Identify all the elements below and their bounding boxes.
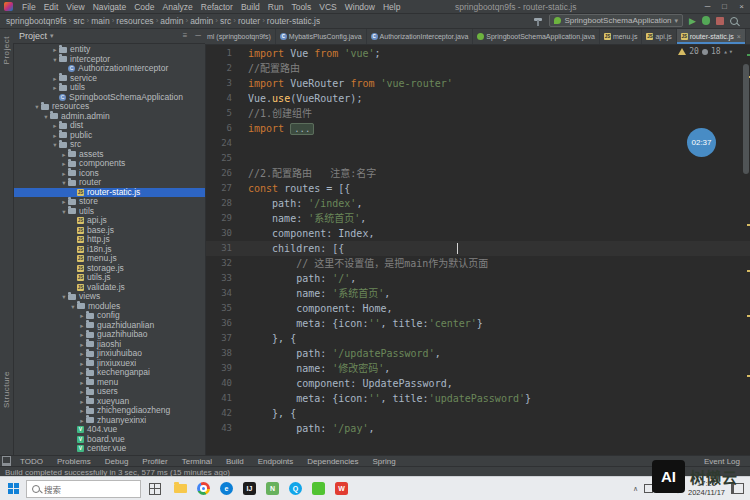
code-line-35[interactable]: 35 component: Home, xyxy=(206,301,750,316)
breadcrumb-item[interactable]: admin xyxy=(160,16,183,26)
chevron-right-icon[interactable]: ▸ xyxy=(78,321,86,331)
tree-item[interactable]: JSrouter-static.js xyxy=(13,188,205,198)
tree-item[interactable]: ▾utils xyxy=(13,207,205,217)
menu-code[interactable]: Code xyxy=(130,2,158,12)
taskbar-edge-browser[interactable]: e xyxy=(215,477,238,500)
tree-item[interactable]: ▾admin.admin xyxy=(13,112,205,122)
code-line-30[interactable]: 30 component: Index, xyxy=(206,226,750,241)
taskbar-qq[interactable]: Q xyxy=(284,477,307,500)
chevron-down-icon[interactable]: ▾ xyxy=(60,207,68,217)
chevron-down-icon[interactable]: ▾ xyxy=(42,112,50,122)
chevron-down-icon[interactable]: ▾ xyxy=(51,140,59,150)
toolwindow-build[interactable]: Build xyxy=(219,457,251,466)
run-button[interactable]: ▶ xyxy=(689,16,696,26)
menu-file[interactable]: File xyxy=(18,2,40,12)
tree-item[interactable]: ▸icons xyxy=(13,169,205,179)
breadcrumb-item[interactable]: main xyxy=(91,16,109,26)
chevron-right-icon[interactable]: ▸ xyxy=(78,330,86,340)
code-line-27[interactable]: 27const routes = [{ xyxy=(206,181,750,196)
toolwindow-dependencies[interactable]: Dependencies xyxy=(300,457,365,466)
menu-analyze[interactable]: Analyze xyxy=(159,2,197,12)
menu-help[interactable]: Help xyxy=(379,2,404,12)
code-line-6[interactable]: 6import ... xyxy=(206,121,750,136)
chevron-down-icon[interactable]: ▾ xyxy=(51,55,59,65)
tree-item[interactable]: ▸dist xyxy=(13,121,205,131)
taskbar-chrome-browser[interactable] xyxy=(192,477,215,500)
chevron-right-icon[interactable]: ▸ xyxy=(51,83,59,93)
project-dropdown[interactable]: Project xyxy=(19,31,47,41)
chevron-right-icon[interactable]: ▸ xyxy=(60,159,68,169)
code-line-3[interactable]: 3import VueRouter from 'vue-router' xyxy=(206,76,750,91)
search-everywhere-icon[interactable] xyxy=(730,17,738,25)
toolwindow-terminal[interactable]: Terminal xyxy=(175,457,219,466)
chevron-right-icon[interactable]: ▸ xyxy=(78,311,86,321)
code-line-33[interactable]: 33 path: '/', xyxy=(206,271,750,286)
stop-button[interactable] xyxy=(716,17,724,25)
editor-tab[interactable]: ml (springbootqn9fs) xyxy=(205,28,276,44)
chevron-down-icon[interactable]: ▾ xyxy=(60,178,68,188)
debug-button[interactable] xyxy=(702,16,710,25)
chevron-down-icon[interactable]: ▾ xyxy=(33,102,41,112)
taskbar-search-input[interactable]: 搜索 xyxy=(26,480,141,498)
editor-tab[interactable]: CMybatisPlusConfig.java xyxy=(276,28,367,44)
code-line-26[interactable]: 26//2.配置路由 注意:名字 xyxy=(206,166,750,181)
run-config-selector[interactable]: SpringbootSchemaApplication ▾ xyxy=(549,14,683,27)
code-line-1[interactable]: 1import Vue from 'vue'; xyxy=(206,46,750,61)
code-line-25[interactable]: 25 xyxy=(206,151,750,166)
code-line-37[interactable]: 37 }, { xyxy=(206,331,750,346)
code-line-41[interactable]: 41 meta: {icon:'', title:'updatePassword… xyxy=(206,391,750,406)
menu-build[interactable]: Build xyxy=(237,2,264,12)
code-line-34[interactable]: 34 name: '系统首页', xyxy=(206,286,750,301)
menu-edit[interactable]: Edit xyxy=(40,2,63,12)
breadcrumb-item[interactable]: src xyxy=(220,16,231,26)
code-line-43[interactable]: 43 path: '/pay', xyxy=(206,421,750,436)
start-button[interactable] xyxy=(0,483,26,494)
breadcrumb-item[interactable]: springbootqn9fs xyxy=(6,16,67,26)
code-line-24[interactable]: 24 xyxy=(206,136,750,151)
tree-item[interactable]: ▸service xyxy=(13,74,205,84)
chevron-right-icon[interactable]: ▸ xyxy=(51,131,59,141)
chevron-right-icon[interactable]: ▸ xyxy=(51,74,59,84)
toolwindow-profiler[interactable]: Profiler xyxy=(135,457,174,466)
task-view-icon[interactable] xyxy=(149,483,161,495)
chevron-right-icon[interactable]: ▸ xyxy=(78,378,86,388)
menu-navigate[interactable]: Navigate xyxy=(89,2,131,12)
chevron-right-icon[interactable]: ▸ xyxy=(51,121,59,131)
breadcrumb-item[interactable]: router-static.js xyxy=(267,16,320,26)
editor-tab[interactable]: CAuthorizationInterceptor.java xyxy=(367,28,474,44)
code-line-32[interactable]: 32 // 这里不设置值，是把main作为默认页面 xyxy=(206,256,750,271)
chevron-right-icon[interactable]: ▸ xyxy=(51,45,59,55)
taskbar-intellij-idea[interactable]: IJ xyxy=(238,477,261,500)
toolwindow-endpoints[interactable]: Endpoints xyxy=(251,457,301,466)
toolwindow-todo[interactable]: TODO xyxy=(13,457,50,466)
toolwindow-problems[interactable]: Problems xyxy=(50,457,98,466)
chevron-right-icon[interactable]: ▸ xyxy=(78,387,86,397)
menu-view[interactable]: View xyxy=(62,2,88,12)
structure-tool-button[interactable]: Structure xyxy=(2,371,11,408)
menu-vcs[interactable]: VCS xyxy=(315,2,340,12)
menu-run[interactable]: Run xyxy=(264,2,288,12)
chevron-right-icon[interactable]: ▸ xyxy=(60,197,68,207)
tray-expand-icon[interactable]: ∧ xyxy=(633,485,638,493)
code-line-4[interactable]: 4Vue.use(VueRouter); xyxy=(206,91,750,106)
editor-tab[interactable]: JSapi.js xyxy=(642,28,676,44)
code-line-28[interactable]: 28 path: '/index', xyxy=(206,196,750,211)
menu-tools[interactable]: Tools xyxy=(287,2,315,12)
tree-item[interactable]: ▸public xyxy=(13,131,205,141)
menu-window[interactable]: Window xyxy=(341,2,379,12)
tree-item[interactable]: ▾src xyxy=(13,140,205,150)
breadcrumb-item[interactable]: admin xyxy=(190,16,213,26)
prev-next-inspection-icons[interactable]: ▴▾ xyxy=(724,48,734,56)
breadcrumb-item[interactable]: router xyxy=(238,16,260,26)
project-tool-button[interactable]: Project xyxy=(2,36,11,64)
code-line-31[interactable]: 31 children: [{ xyxy=(206,241,750,256)
toolwindow-spring[interactable]: Spring xyxy=(365,457,402,466)
code-line-40[interactable]: 40 component: UpdatePassword, xyxy=(206,376,750,391)
editor-tab[interactable]: JSrouter-static.js× xyxy=(677,28,746,44)
tree-item[interactable]: JSvalidate.js xyxy=(13,283,205,293)
chevron-right-icon[interactable]: ▸ xyxy=(78,340,86,350)
options-menu-icon[interactable]: ≡ xyxy=(179,31,192,40)
tree-item[interactable]: ▸store xyxy=(13,197,205,207)
code-line-42[interactable]: 42 }, { xyxy=(206,406,750,421)
build-hammer-icon[interactable] xyxy=(533,16,543,26)
